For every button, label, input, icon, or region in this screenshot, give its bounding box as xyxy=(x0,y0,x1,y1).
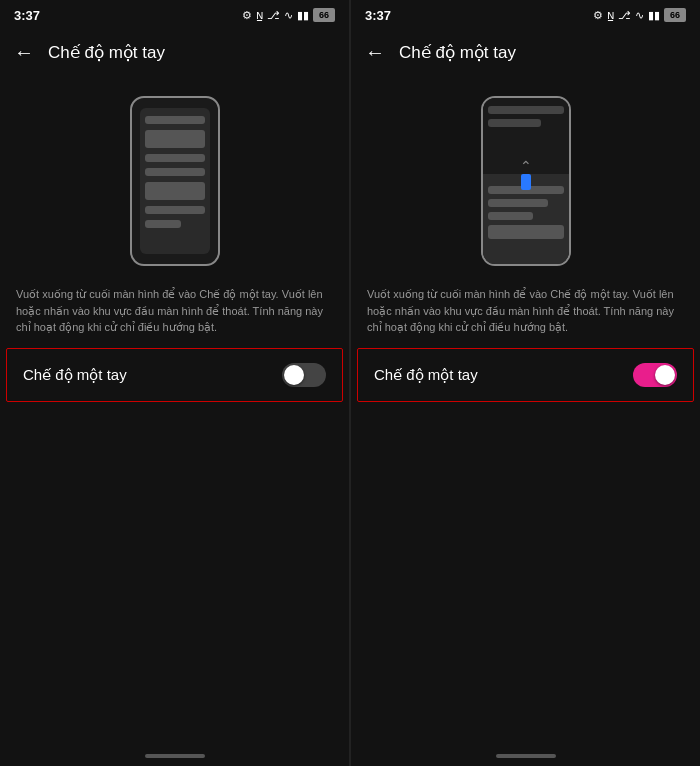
toggle-knob-left xyxy=(284,365,304,385)
nfc-icon-right: N̲ xyxy=(607,10,614,21)
mock-bar-2 xyxy=(145,130,205,148)
mock-bar-1 xyxy=(145,116,205,124)
description-right: Vuốt xuống từ cuối màn hình để vào Chế đ… xyxy=(351,286,700,348)
home-indicator-right xyxy=(496,754,556,758)
bluetooth-icon-left: ⎇ xyxy=(267,9,280,22)
mock-bar-5 xyxy=(145,182,205,200)
home-indicator-left xyxy=(145,754,205,758)
signal-icon-left: ▮▮ xyxy=(297,9,309,22)
toggle-switch-left[interactable] xyxy=(282,363,326,387)
status-bar-right: 3:37 ⚙ N̲ ⎇ ∿ ▮▮ 66 xyxy=(351,0,700,28)
toggle-row-left[interactable]: Chế độ một tay xyxy=(6,348,343,402)
phone-mock-right: ⌃ xyxy=(481,96,571,266)
right-panel: 3:37 ⚙ N̲ ⎇ ∿ ▮▮ 66 ← Chế độ một tay ⌃ xyxy=(350,0,700,766)
gear-icon-left: ⚙ xyxy=(242,9,252,22)
mock-bar-3 xyxy=(145,154,205,162)
page-title-left: Chế độ một tay xyxy=(48,42,165,63)
top-bar-left: ← Chế độ một tay xyxy=(0,28,349,76)
status-bar-left: 3:37 ⚙ N̲ ⎇ ∿ ▮▮ 66 xyxy=(0,0,349,28)
left-panel: 3:37 ⚙ N̲ ⎇ ∿ ▮▮ 66 ← Chế độ một tay xyxy=(0,0,350,766)
status-icons-left: ⚙ N̲ ⎇ ∿ ▮▮ 66 xyxy=(242,8,335,22)
phone-illustration-left xyxy=(0,76,349,286)
wifi-icon-left: ∿ xyxy=(284,9,293,22)
battery-left: 66 xyxy=(313,8,335,22)
toggle-row-right[interactable]: Chế độ một tay xyxy=(357,348,694,402)
description-left: Vuốt xuống từ cuối màn hình để vào Chế đ… xyxy=(0,286,349,348)
gear-icon-right: ⚙ xyxy=(593,9,603,22)
nfc-icon-left: N̲ xyxy=(256,10,263,21)
back-button-right[interactable]: ← xyxy=(365,41,385,64)
battery-right: 66 xyxy=(664,8,686,22)
page-title-right: Chế độ một tay xyxy=(399,42,516,63)
phone-mock-inner-left xyxy=(140,108,210,254)
signal-icon-right: ▮▮ xyxy=(648,9,660,22)
phone-illustration-right: ⌃ xyxy=(351,76,700,286)
top-bar-right: ← Chế độ một tay xyxy=(351,28,700,76)
toggle-label-right: Chế độ một tay xyxy=(374,366,478,384)
mock-bar-6 xyxy=(145,206,205,214)
wifi-icon-right: ∿ xyxy=(635,9,644,22)
status-time-right: 3:37 xyxy=(365,8,391,23)
blue-indicator xyxy=(521,174,531,190)
status-time-left: 3:37 xyxy=(14,8,40,23)
mock-bar-7 xyxy=(145,220,181,228)
back-button-left[interactable]: ← xyxy=(14,41,34,64)
toggle-switch-right[interactable] xyxy=(633,363,677,387)
toggle-label-left: Chế độ một tay xyxy=(23,366,127,384)
phone-mock-left xyxy=(130,96,220,266)
toggle-knob-right xyxy=(655,365,675,385)
bluetooth-icon-right: ⎇ xyxy=(618,9,631,22)
mock-bar-4 xyxy=(145,168,205,176)
status-icons-right: ⚙ N̲ ⎇ ∿ ▮▮ 66 xyxy=(593,8,686,22)
